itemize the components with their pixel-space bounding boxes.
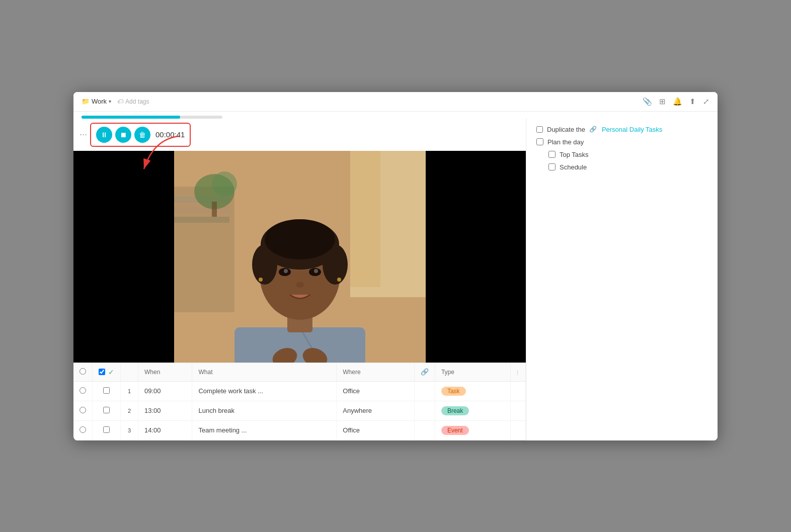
plan-the-day-label: Plan the day [547,138,584,146]
schedule-label: Schedule [560,163,587,171]
svg-rect-3 [350,146,380,287]
top-tasks-label: Top Tasks [560,151,589,158]
add-tags-button[interactable]: 🏷 Add tags [117,98,149,105]
right-panel: Duplicate the 🔗 Personal Daily Tasks Pla… [526,119,718,440]
row-radio[interactable] [80,387,86,394]
col-when[interactable]: When [138,363,192,382]
table-section: ✓ When What Where 🔗 Type [73,363,526,440]
stop-button[interactable]: ⏹ [115,127,131,143]
table-row: 2 13:00 Lunch break Anywhere Break [73,401,526,420]
row-1-num: 1 [121,381,138,401]
stop-icon: ⏹ [120,131,127,139]
col-where[interactable]: Where [337,363,415,382]
chevron-down-icon[interactable]: ▾ [109,99,111,104]
grid-icon[interactable]: ⊞ [659,97,666,106]
resize-handle-icon[interactable]: | [517,370,518,375]
pause-button[interactable]: ⏸ [96,127,112,143]
col-type[interactable]: Type [435,363,510,382]
check-mark-icon: ✓ [108,368,114,376]
row-radio[interactable] [80,407,86,413]
table-row: 3 14:00 Team meeting ... Office Event [73,420,526,440]
attach-icon[interactable]: 📎 [643,97,652,106]
pause-icon: ⏸ [101,131,108,139]
schedule-checkbox[interactable] [548,163,556,170]
tag-icon: 🏷 [117,98,123,105]
row-3-num: 3 [121,420,138,440]
top-bar: 📁 Work ▾ 🏷 Add tags 📎 ⊞ 🔔 ⬆ ⤢ [73,92,718,112]
video-left-black [73,146,174,363]
plan-the-day-item: Plan the day [536,138,707,146]
col-link: 🔗 [414,363,435,382]
main-window: 📁 Work ▾ 🏷 Add tags 📎 ⊞ 🔔 ⬆ ⤢ [73,92,718,440]
task-badge: Task [441,387,466,396]
share-icon[interactable]: ⬆ [689,97,696,106]
svg-point-25 [296,282,304,288]
table-row: 1 09:00 Complete work task ... Office Ta… [73,381,526,401]
row-3-where: Office [337,420,415,440]
row-2-link [414,401,435,420]
top-bar-right: 📎 ⊞ 🔔 ⬆ ⤢ [643,97,709,106]
row-1-link [414,381,435,401]
video-center [174,146,426,363]
row-1-extra [511,381,526,401]
video-right-black [426,146,526,363]
work-label[interactable]: 📁 Work ▾ [82,98,111,105]
row-2-num: 2 [121,401,138,420]
row-checkbox[interactable] [103,426,110,433]
header-radio[interactable] [80,368,86,375]
personal-daily-tasks-link[interactable]: Personal Daily Tasks [602,126,662,133]
svg-point-23 [284,269,288,273]
row-2-type: Break [435,401,510,420]
row-1-radio[interactable] [73,381,93,401]
row-1-check[interactable] [93,381,121,401]
top-bar-left: 📁 Work ▾ 🏷 Add tags [82,98,149,105]
row-2-extra [511,401,526,420]
row-1-type: Task [435,381,510,401]
video-area [73,146,526,363]
svg-point-24 [314,269,318,273]
timer-display: 00:00:41 [155,130,185,139]
row-3-check[interactable] [93,420,121,440]
link-icon: 🔗 [421,368,429,376]
link-icon: 🔗 [589,126,597,133]
svg-rect-12 [234,327,365,363]
row-checkbox[interactable] [103,407,110,413]
svg-point-20 [265,219,335,259]
left-panel: ··· ⏸ ⏹ 🗑 00:00:41 [73,119,526,440]
duplicate-checkbox[interactable] [536,126,543,133]
header-checkbox[interactable] [99,369,105,375]
work-title: Work [92,98,107,105]
row-3-when: 14:00 [138,420,192,440]
bell-icon[interactable]: 🔔 [673,97,682,106]
dots-menu-button[interactable]: ··· [80,129,87,140]
recording-bar: ··· ⏸ ⏹ 🗑 00:00:41 [73,119,526,151]
trash-icon: 🗑 [139,131,146,139]
row-3-extra [511,420,526,440]
delete-button[interactable]: 🗑 [134,127,150,143]
row-3-type: Event [435,420,510,440]
row-3-radio[interactable] [73,420,93,440]
expand-icon[interactable]: ⤢ [703,97,709,106]
row-2-radio[interactable] [73,401,93,420]
row-3-what: Team meeting ... [192,420,337,440]
table-header-row: ✓ When What Where 🔗 Type [73,363,526,382]
svg-rect-10 [212,202,217,217]
row-2-check[interactable] [93,401,121,420]
row-2-where: Anywhere [337,401,415,420]
svg-point-9 [212,171,237,197]
schedule-table: ✓ When What Where 🔗 Type [73,363,526,440]
svg-rect-7 [174,217,229,223]
content-area: ··· ⏸ ⏹ 🗑 00:00:41 [73,119,718,440]
svg-point-27 [337,278,341,282]
add-tags-label: Add tags [125,98,149,105]
row-radio[interactable] [80,426,86,433]
row-1-what: Complete work task ... [192,381,337,401]
col-what[interactable]: What [192,363,337,382]
duplicate-item: Duplicate the 🔗 Personal Daily Tasks [536,126,707,133]
top-tasks-checkbox[interactable] [548,151,556,158]
top-tasks-item: Top Tasks [548,151,707,158]
plan-the-day-checkbox[interactable] [536,138,543,145]
folder-icon: 📁 [82,98,90,105]
row-1-when: 09:00 [138,381,192,401]
row-checkbox[interactable] [103,387,110,394]
